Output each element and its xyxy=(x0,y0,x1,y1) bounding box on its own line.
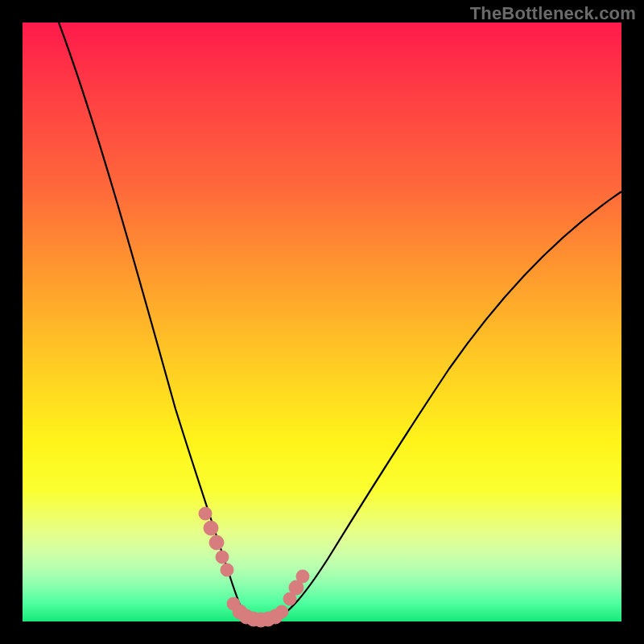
right-curve xyxy=(274,192,621,620)
svg-point-15 xyxy=(275,605,288,618)
svg-point-0 xyxy=(199,507,212,520)
chart-frame: TheBottleneck.com xyxy=(0,0,644,644)
right-markers xyxy=(283,570,309,605)
svg-point-3 xyxy=(216,551,229,564)
plot-area xyxy=(23,23,621,621)
left-markers xyxy=(199,507,233,576)
watermark-text: TheBottleneck.com xyxy=(470,3,636,24)
svg-point-7 xyxy=(296,570,309,583)
curves-svg xyxy=(23,23,621,621)
svg-point-4 xyxy=(221,564,233,576)
svg-point-1 xyxy=(204,521,218,535)
svg-point-2 xyxy=(209,535,224,550)
bottom-markers xyxy=(227,597,288,627)
